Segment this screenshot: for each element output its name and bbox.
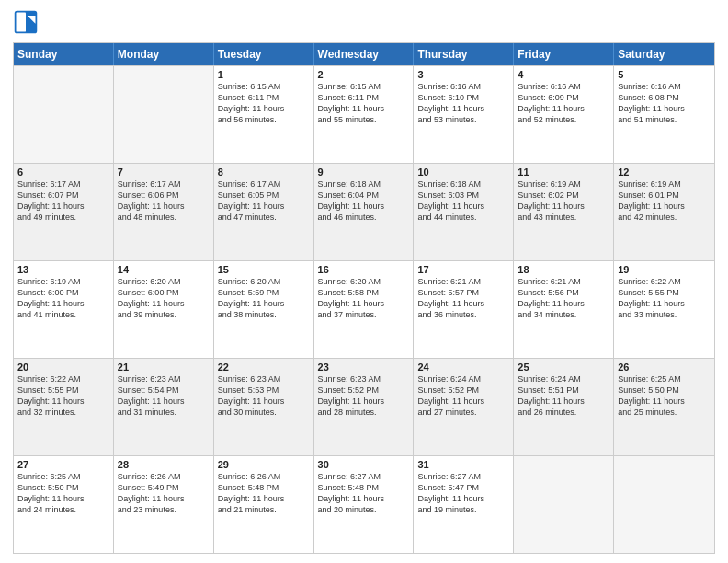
day-number: 26 — [618, 362, 711, 373]
day-number: 4 — [518, 69, 609, 80]
cell-info-line: Daylight: 11 hours — [218, 493, 310, 504]
calendar-cell: 16Sunrise: 6:20 AMSunset: 5:58 PMDayligh… — [314, 261, 415, 358]
cell-info-line: and 27 minutes. — [417, 407, 509, 418]
cell-info-line: and 32 minutes. — [17, 407, 109, 418]
cell-info-line: Daylight: 11 hours — [17, 201, 109, 212]
cell-info-line: Sunrise: 6:16 AM — [618, 81, 711, 92]
calendar-cell: 1Sunrise: 6:15 AMSunset: 6:11 PMDaylight… — [214, 66, 314, 163]
calendar-cell: 9Sunrise: 6:18 AMSunset: 6:04 PMDaylight… — [314, 164, 415, 260]
cell-info-line: Sunrise: 6:27 AM — [318, 471, 410, 482]
calendar-cell: 5Sunrise: 6:16 AMSunset: 6:08 PMDaylight… — [614, 66, 714, 163]
day-number: 8 — [218, 167, 310, 178]
cell-info-line: Sunset: 6:08 PM — [618, 92, 711, 103]
day-number: 28 — [118, 459, 210, 470]
cell-info-line: Sunset: 5:51 PM — [518, 385, 609, 396]
cell-info-line: Daylight: 11 hours — [518, 298, 609, 309]
cell-info-line: Sunrise: 6:19 AM — [618, 178, 711, 190]
page: SundayMondayTuesdayWednesdayThursdayFrid… — [0, 0, 728, 563]
cell-info-line: and 36 minutes. — [417, 309, 509, 320]
calendar-cell: 28Sunrise: 6:26 AMSunset: 5:49 PMDayligh… — [114, 456, 214, 553]
cell-info-line: and 51 minutes. — [618, 114, 711, 125]
calendar-cell: 29Sunrise: 6:26 AMSunset: 5:48 PMDayligh… — [214, 456, 314, 553]
cell-info-line: and 41 minutes. — [17, 309, 109, 320]
calendar-cell: 24Sunrise: 6:24 AMSunset: 5:52 PMDayligh… — [414, 359, 514, 455]
svg-rect-2 — [17, 13, 27, 32]
cell-info-line: Sunset: 6:03 PM — [417, 190, 509, 201]
cell-info-line: Sunrise: 6:22 AM — [618, 276, 711, 287]
calendar-cell: 13Sunrise: 6:19 AMSunset: 6:00 PMDayligh… — [14, 261, 114, 358]
cell-info-line: Sunrise: 6:23 AM — [318, 373, 410, 385]
cell-info-line: Daylight: 11 hours — [518, 103, 609, 114]
header-cell-thursday: Thursday — [414, 43, 514, 65]
cell-info-line: Daylight: 11 hours — [318, 298, 410, 309]
day-number: 31 — [417, 459, 509, 470]
calendar-cell: 20Sunrise: 6:22 AMSunset: 5:55 PMDayligh… — [14, 359, 114, 455]
calendar-cell: 25Sunrise: 6:24 AMSunset: 5:51 PMDayligh… — [514, 359, 614, 455]
cell-info-line: Sunrise: 6:17 AM — [118, 178, 210, 190]
day-number: 11 — [518, 167, 609, 178]
calendar-cell: 31Sunrise: 6:27 AMSunset: 5:47 PMDayligh… — [414, 456, 514, 553]
day-number: 14 — [118, 264, 210, 275]
cell-info-line: Sunrise: 6:15 AM — [318, 81, 410, 92]
header — [13, 9, 715, 35]
cell-info-line: Daylight: 11 hours — [318, 103, 410, 114]
cell-info-line: and 42 minutes. — [618, 212, 711, 223]
cell-info-line: Sunset: 5:58 PM — [318, 287, 410, 298]
cell-info-line: and 53 minutes. — [417, 114, 509, 125]
cell-info-line: Sunset: 5:55 PM — [17, 385, 109, 396]
day-number: 29 — [218, 459, 310, 470]
cell-info-line: and 33 minutes. — [618, 309, 711, 320]
header-cell-friday: Friday — [514, 43, 614, 65]
cell-info-line: and 56 minutes. — [218, 114, 310, 125]
day-number: 23 — [318, 362, 410, 373]
cell-info-line: Daylight: 11 hours — [17, 396, 109, 407]
cell-info-line: Sunrise: 6:22 AM — [17, 373, 109, 385]
cell-info-line: Sunrise: 6:25 AM — [17, 471, 109, 482]
cell-info-line: and 34 minutes. — [518, 309, 609, 320]
calendar-cell: 21Sunrise: 6:23 AMSunset: 5:54 PMDayligh… — [114, 359, 214, 455]
calendar-cell: 8Sunrise: 6:17 AMSunset: 6:05 PMDaylight… — [214, 164, 314, 260]
cell-info-line: Daylight: 11 hours — [218, 298, 310, 309]
header-cell-wednesday: Wednesday — [314, 43, 415, 65]
cell-info-line: Sunrise: 6:16 AM — [417, 81, 509, 92]
cell-info-line: and 31 minutes. — [118, 407, 210, 418]
calendar-cell: 7Sunrise: 6:17 AMSunset: 6:06 PMDaylight… — [114, 164, 214, 260]
calendar-cell — [514, 456, 614, 553]
day-number: 2 — [318, 69, 410, 80]
calendar-row: 1Sunrise: 6:15 AMSunset: 6:11 PMDaylight… — [14, 65, 714, 163]
cell-info-line: and 23 minutes. — [118, 504, 210, 515]
cell-info-line: Sunrise: 6:20 AM — [318, 276, 410, 287]
day-number: 10 — [417, 167, 509, 178]
cell-info-line: and 37 minutes. — [318, 309, 410, 320]
cell-info-line: Sunrise: 6:18 AM — [417, 178, 509, 190]
cell-info-line: Daylight: 11 hours — [118, 396, 210, 407]
cell-info-line: Sunrise: 6:20 AM — [218, 276, 310, 287]
cell-info-line: Daylight: 11 hours — [417, 298, 509, 309]
cell-info-line: Sunrise: 6:27 AM — [417, 471, 509, 482]
cell-info-line: Sunrise: 6:23 AM — [218, 373, 310, 385]
cell-info-line: Sunset: 6:06 PM — [118, 190, 210, 201]
cell-info-line: and 47 minutes. — [218, 212, 310, 223]
day-number: 21 — [118, 362, 210, 373]
calendar-cell — [114, 66, 214, 163]
cell-info-line: and 28 minutes. — [318, 407, 410, 418]
cell-info-line: Sunrise: 6:24 AM — [518, 373, 609, 385]
cell-info-line: Sunset: 5:52 PM — [417, 385, 509, 396]
cell-info-line: Sunset: 5:49 PM — [118, 482, 210, 493]
day-number: 27 — [17, 459, 109, 470]
cell-info-line: Daylight: 11 hours — [118, 493, 210, 504]
calendar-cell: 17Sunrise: 6:21 AMSunset: 5:57 PMDayligh… — [414, 261, 514, 358]
day-number: 19 — [618, 264, 711, 275]
cell-info-line: Sunrise: 6:19 AM — [518, 178, 609, 190]
day-number: 18 — [518, 264, 609, 275]
calendar-cell — [14, 66, 114, 163]
calendar-row: 6Sunrise: 6:17 AMSunset: 6:07 PMDaylight… — [14, 163, 714, 260]
cell-info-line: Sunrise: 6:24 AM — [417, 373, 509, 385]
cell-info-line: Daylight: 11 hours — [17, 493, 109, 504]
cell-info-line: Daylight: 11 hours — [618, 396, 711, 407]
cell-info-line: Sunset: 5:56 PM — [518, 287, 609, 298]
cell-info-line: Daylight: 11 hours — [218, 103, 310, 114]
cell-info-line: and 20 minutes. — [318, 504, 410, 515]
cell-info-line: Sunrise: 6:21 AM — [417, 276, 509, 287]
cell-info-line: and 19 minutes. — [417, 504, 509, 515]
